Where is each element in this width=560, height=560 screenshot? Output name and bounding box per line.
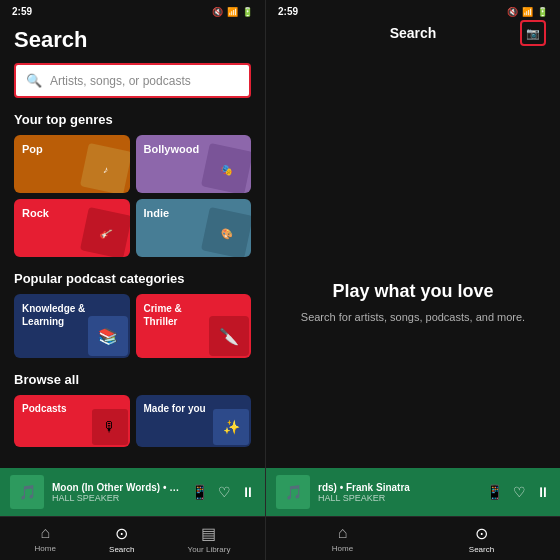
podcast-card-knowledge[interactable]: Knowledge &Learning 📚 bbox=[14, 294, 130, 358]
camera-icon: 📷 bbox=[526, 27, 540, 40]
now-playing-title-left: Moon (In Other Words) • Frank bbox=[52, 482, 183, 493]
search-icon-left: ⊙ bbox=[115, 524, 128, 543]
search-icon: 🔍 bbox=[26, 73, 42, 88]
play-love-title: Play what you love bbox=[332, 281, 493, 302]
knowledge-deco: 📚 bbox=[88, 316, 128, 356]
mute-icon: 🔇 bbox=[212, 7, 223, 17]
time-left: 2:59 bbox=[12, 6, 32, 17]
genre-card-pop[interactable]: Pop ♪ bbox=[14, 135, 130, 193]
podcast-label-crime: Crime &Thriller bbox=[144, 302, 182, 328]
bottom-nav-left: ⌂ Home ⊙ Search ▤ Your Library bbox=[0, 516, 265, 560]
home-label-left: Home bbox=[35, 544, 56, 553]
wifi-icon: 📶 bbox=[227, 7, 238, 17]
battery-icon: 🔋 bbox=[242, 7, 253, 17]
device-icon-left[interactable]: 📱 bbox=[191, 484, 208, 500]
genre-label-rock: Rock bbox=[22, 207, 49, 220]
top-genres-label: Your top genres bbox=[14, 112, 251, 127]
heart-icon-right[interactable]: ♡ bbox=[513, 484, 526, 500]
browse-label-madeforyou: Made for you bbox=[144, 403, 206, 414]
play-love-sub: Search for artists, songs, podcasts, and… bbox=[301, 310, 525, 325]
library-icon-left: ▤ bbox=[201, 524, 216, 543]
genre-label-indie: Indie bbox=[144, 207, 170, 220]
search-nav-label-right: Search bbox=[469, 545, 494, 554]
search-bar[interactable]: 🔍 Artists, songs, or podcasts bbox=[14, 63, 251, 98]
now-playing-controls-left: 📱 ♡ ⏸ bbox=[191, 484, 255, 500]
podcasts-deco: 🎙 bbox=[92, 409, 128, 445]
genre-grid: Pop ♪ Bollywood 🎭 Rock 🎸 In bbox=[14, 135, 251, 257]
home-icon-left: ⌂ bbox=[40, 524, 50, 542]
nav-library-left[interactable]: ▤ Your Library bbox=[188, 524, 231, 554]
genre-card-rock[interactable]: Rock 🎸 bbox=[14, 199, 130, 257]
now-playing-controls-right: 📱 ♡ ⏸ bbox=[486, 484, 550, 500]
right-panel: 2:59 🔇 📶 🔋 Search 📷 Play what you love S… bbox=[266, 0, 560, 560]
time-right: 2:59 bbox=[278, 6, 298, 17]
now-playing-bar-left[interactable]: 🎵 Moon (In Other Words) • Frank HALL SPE… bbox=[0, 468, 265, 516]
now-playing-emoji-left: 🎵 bbox=[19, 484, 36, 500]
madeforyou-deco: ✨ bbox=[213, 409, 249, 445]
status-bar-left: 2:59 🔇 📶 🔋 bbox=[0, 0, 265, 19]
genre-card-bollywood[interactable]: Bollywood 🎭 bbox=[136, 135, 252, 193]
mute-icon-right: 🔇 bbox=[507, 7, 518, 17]
browse-label: Browse all bbox=[14, 372, 251, 387]
podcast-label: Popular podcast categories bbox=[14, 271, 251, 286]
now-playing-info-left: Moon (In Other Words) • Frank HALL SPEAK… bbox=[52, 482, 183, 503]
home-icon-right: ⌂ bbox=[338, 524, 348, 542]
bottom-nav-right: ⌂ Home ⊙ Search bbox=[266, 516, 560, 560]
genre-label-bollywood: Bollywood bbox=[144, 143, 200, 156]
rock-deco: 🎸 bbox=[98, 226, 112, 239]
pop-deco: ♪ bbox=[102, 163, 109, 175]
nav-home-left[interactable]: ⌂ Home bbox=[35, 524, 56, 553]
now-playing-emoji-right: 🎵 bbox=[285, 484, 302, 500]
now-playing-bar-right[interactable]: 🎵 rds) • Frank Sinatra HALL SPEAKER 📱 ♡ … bbox=[266, 468, 560, 516]
nav-home-right[interactable]: ⌂ Home bbox=[332, 524, 353, 553]
search-label-left: Search bbox=[109, 545, 134, 554]
browse-card-podcasts[interactable]: Podcasts 🎙 bbox=[14, 395, 130, 447]
right-header-title: Search bbox=[390, 25, 437, 41]
device-icon-right[interactable]: 📱 bbox=[486, 484, 503, 500]
home-label-right: Home bbox=[332, 544, 353, 553]
podcast-card-crime[interactable]: Crime &Thriller 🔪 bbox=[136, 294, 252, 358]
now-playing-subtitle-right: HALL SPEAKER bbox=[318, 493, 478, 503]
now-playing-thumb-right: 🎵 bbox=[276, 475, 310, 509]
nav-search-right[interactable]: ⊙ Search bbox=[469, 524, 494, 554]
status-bar-right: 2:59 🔇 📶 🔋 bbox=[266, 0, 560, 19]
search-nav-icon-right: ⊙ bbox=[475, 524, 488, 543]
battery-icon-right: 🔋 bbox=[537, 7, 548, 17]
now-playing-subtitle-left: HALL SPEAKER bbox=[52, 493, 183, 503]
podcast-label-knowledge: Knowledge &Learning bbox=[22, 302, 85, 328]
genre-label-pop: Pop bbox=[22, 143, 43, 156]
now-playing-info-right: rds) • Frank Sinatra HALL SPEAKER bbox=[318, 482, 478, 503]
page-title: Search bbox=[14, 27, 251, 53]
crime-deco: 🔪 bbox=[209, 316, 249, 356]
wifi-icon-right: 📶 bbox=[522, 7, 533, 17]
heart-icon-left[interactable]: ♡ bbox=[218, 484, 231, 500]
status-icons-left: 🔇 📶 🔋 bbox=[212, 7, 253, 17]
now-playing-thumb-left: 🎵 bbox=[10, 475, 44, 509]
camera-button[interactable]: 📷 bbox=[520, 20, 546, 46]
status-icons-right: 🔇 📶 🔋 bbox=[507, 7, 548, 17]
library-label-left: Your Library bbox=[188, 545, 231, 554]
indie-deco: 🎨 bbox=[220, 226, 234, 239]
search-placeholder: Artists, songs, or podcasts bbox=[50, 74, 191, 88]
browse-label-podcasts: Podcasts bbox=[22, 403, 66, 414]
nav-search-left[interactable]: ⊙ Search bbox=[109, 524, 134, 554]
browse-card-madeforyou[interactable]: Made for you ✨ bbox=[136, 395, 252, 447]
browse-grid: Podcasts 🎙 Made for you ✨ bbox=[14, 395, 251, 447]
pause-icon-left[interactable]: ⏸ bbox=[241, 484, 255, 500]
podcast-grid: Knowledge &Learning 📚 Crime &Thriller 🔪 bbox=[14, 294, 251, 358]
bollywood-deco: 🎭 bbox=[220, 162, 234, 175]
genre-card-indie[interactable]: Indie 🎨 bbox=[136, 199, 252, 257]
left-panel: 2:59 🔇 📶 🔋 Search 🔍 Artists, songs, or p… bbox=[0, 0, 265, 560]
right-header: Search 📷 bbox=[266, 19, 560, 47]
pause-icon-right[interactable]: ⏸ bbox=[536, 484, 550, 500]
now-playing-title-right: rds) • Frank Sinatra bbox=[318, 482, 478, 493]
